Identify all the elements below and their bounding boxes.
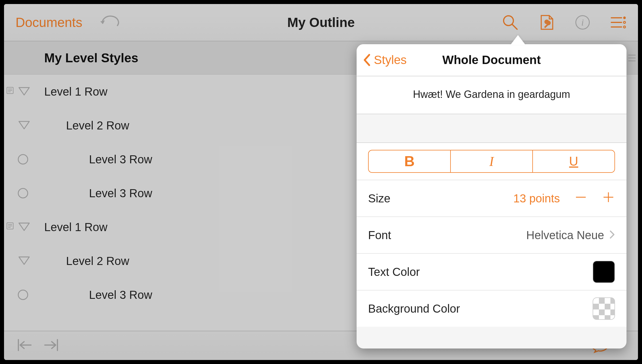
- styles-popover: Styles Whole Document Hwæt! We Gardena i…: [357, 44, 626, 348]
- background-color-swatch[interactable]: [593, 297, 615, 320]
- background-color-row[interactable]: Background Color: [357, 290, 626, 327]
- popover-arrow-icon: [510, 35, 525, 45]
- text-style-segmented-control: B I U: [368, 150, 615, 173]
- style-preview: Hwæt! We Gardena in geardagum: [357, 76, 626, 114]
- size-value: 13 points: [513, 192, 560, 205]
- size-label: Size: [368, 192, 390, 205]
- background-color-label: Background Color: [368, 302, 460, 315]
- bold-button[interactable]: B: [369, 150, 451, 172]
- back-label: Styles: [374, 53, 407, 67]
- plus-icon: [602, 191, 615, 204]
- text-color-swatch[interactable]: [593, 261, 615, 283]
- size-increase-button[interactable]: [602, 191, 615, 206]
- chevron-left-icon: [363, 54, 371, 66]
- italic-button[interactable]: I: [451, 150, 533, 172]
- text-color-label: Text Color: [368, 266, 420, 278]
- minus-icon: [574, 191, 587, 204]
- popover-header: Styles Whole Document: [357, 44, 626, 76]
- size-decrease-button[interactable]: [574, 191, 587, 206]
- font-row[interactable]: Font Helvetica Neue: [357, 216, 626, 253]
- text-color-row[interactable]: Text Color: [357, 253, 626, 290]
- underline-button[interactable]: U: [533, 150, 614, 172]
- font-label: Font: [368, 229, 391, 242]
- text-style-section: B I U Size 13 points Font: [357, 142, 626, 327]
- font-value: Helvetica Neue: [526, 229, 604, 242]
- chevron-right-icon: [609, 229, 615, 242]
- back-button[interactable]: Styles: [363, 53, 407, 67]
- popover-title: Whole Document: [442, 53, 541, 67]
- font-size-row: Size 13 points: [357, 180, 626, 216]
